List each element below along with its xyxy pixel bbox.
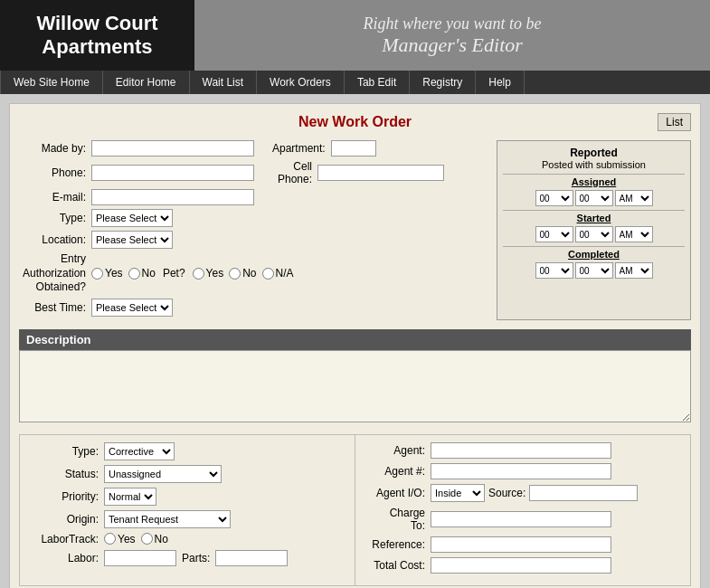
nav-tab-edit[interactable]: Tab Edit [345, 71, 410, 94]
priority-select[interactable]: NormalHighLow [104, 488, 156, 506]
pet-no-label[interactable]: No [229, 267, 256, 280]
reference-input[interactable] [431, 536, 611, 553]
source-input[interactable] [529, 485, 638, 501]
labortrack-radios: Yes No [104, 533, 168, 545]
phone-label: Phone: [19, 166, 91, 179]
cell-phone-input[interactable] [317, 165, 444, 181]
parts-input[interactable] [215, 550, 288, 566]
bottom-type-select[interactable]: CorrectivePreventiveEmergency [104, 442, 175, 460]
cell-phone-label: CellPhone: [254, 160, 317, 185]
agent-io-label: Agent I/O: [363, 487, 431, 499]
origin-row: Origin: Tenant RequestInspectionOther [27, 510, 347, 528]
email-row: E-mail: [19, 189, 488, 205]
completed-label: Completed [503, 249, 685, 260]
agent-num-label: Agent #: [363, 465, 431, 478]
started-ampm-select[interactable]: AMPM [615, 226, 653, 242]
labor-label: Labor: [27, 552, 104, 564]
list-button[interactable]: List [658, 113, 691, 131]
bottom-type-label: Type: [27, 445, 104, 458]
charge-to-label: ChargeTo: [363, 507, 431, 532]
entry-auth-yes-radio[interactable] [91, 268, 103, 280]
navigation: Web Site Home Editor Home Wait List Work… [0, 71, 710, 94]
completed-ampm-select[interactable]: AMPM [615, 262, 653, 279]
main-content: New Work Order List Made by: Apartment: … [0, 94, 710, 588]
header: Willow Court Apartments Right where you … [0, 0, 710, 71]
started-section: Started 00010203 04050607 0809101112 001… [503, 210, 685, 242]
charge-to-input[interactable] [431, 511, 611, 527]
total-cost-input[interactable] [431, 557, 611, 574]
phone-input[interactable] [91, 165, 254, 181]
agent-num-input[interactable] [431, 463, 611, 479]
labor-input[interactable] [104, 550, 176, 566]
made-by-input[interactable] [91, 140, 254, 156]
tagline-line2: Manager's Editor [382, 33, 523, 57]
pet-na-label[interactable]: N/A [262, 267, 294, 280]
right-panel: Reported Posted with submission Assigned… [497, 140, 691, 320]
agent-num-row: Agent #: [363, 463, 683, 479]
entry-auth-yes-label[interactable]: Yes [91, 267, 123, 280]
assigned-label: Assigned [503, 176, 685, 187]
pet-yes-radio[interactable] [193, 268, 204, 280]
agent-io-select[interactable]: InsideOutside [431, 484, 485, 502]
description-textarea[interactable] [19, 350, 691, 422]
entry-auth-no-label[interactable]: No [128, 267, 156, 280]
origin-select[interactable]: Tenant RequestInspectionOther [104, 510, 231, 528]
pet-yes-label[interactable]: Yes [193, 267, 224, 280]
form-title-row: New Work Order List [19, 113, 691, 131]
nav-wait-list[interactable]: Wait List [190, 71, 258, 94]
location-label: Location: [19, 233, 91, 246]
bottom-area: Type: CorrectivePreventiveEmergency Stat… [19, 434, 691, 586]
bottom-right: Agent: Agent #: Agent I/O: InsideOutside… [355, 435, 690, 585]
nav-web-site-home[interactable]: Web Site Home [0, 71, 103, 94]
status-select[interactable]: UnassignedAssignedIn ProgressCompleted [104, 465, 222, 483]
pet-radios: Yes No N/A [193, 267, 294, 280]
labortrack-no-radio[interactable] [141, 533, 153, 545]
status-row: Status: UnassignedAssignedIn ProgressCom… [27, 465, 347, 483]
email-label: E-mail: [19, 191, 91, 204]
tagline-area: Right where you want to be Manager's Edi… [194, 0, 710, 71]
entry-auth-no-radio[interactable] [128, 268, 140, 280]
reported-title: Reported [503, 147, 685, 159]
labor-parts-row: Labor: Parts: [27, 550, 347, 566]
labortrack-row: LaborTrack: Yes No [27, 533, 347, 545]
charge-to-row: ChargeTo: [363, 507, 683, 532]
apartment-label: Apartment: [254, 142, 331, 155]
labortrack-yes-radio[interactable] [104, 533, 116, 545]
type-select[interactable]: Please Select Option1 [91, 209, 173, 227]
nav-editor-home[interactable]: Editor Home [103, 71, 190, 94]
form-container: New Work Order List Made by: Apartment: … [9, 103, 701, 588]
completed-time-row: 00010203 04050607 0809101112 00153045 AM… [503, 262, 685, 279]
best-time-select[interactable]: Please Select Morning Afternoon Evening [91, 299, 173, 317]
agent-input[interactable] [431, 442, 611, 459]
started-min-select[interactable]: 00153045 [575, 226, 613, 242]
labortrack-yes-label[interactable]: Yes [104, 533, 136, 545]
nav-registry[interactable]: Registry [410, 71, 476, 94]
origin-label: Origin: [27, 513, 104, 526]
completed-section: Completed 00010203 04050607 0809101112 0… [503, 246, 685, 279]
completed-hour-select[interactable]: 00010203 04050607 0809101112 [535, 262, 573, 279]
type-row: Type: Please Select Option1 [19, 209, 488, 227]
agent-io-row: Agent I/O: InsideOutside Source: [363, 484, 683, 502]
pet-label: Pet? [156, 267, 193, 280]
bottom-left: Type: CorrectivePreventiveEmergency Stat… [20, 435, 355, 585]
started-hour-select[interactable]: 00010203 04050607 0809101112 [535, 226, 573, 242]
apartment-input[interactable] [331, 140, 376, 156]
email-input[interactable] [91, 189, 254, 205]
status-label: Status: [27, 468, 104, 480]
location-select[interactable]: Please Select Option1 [91, 231, 173, 249]
assigned-ampm-select[interactable]: AMPM [615, 190, 653, 206]
labortrack-no-label[interactable]: No [141, 533, 168, 545]
tagline-line1: Right where you want to be [364, 14, 542, 33]
nav-help[interactable]: Help [476, 71, 525, 94]
assigned-min-select[interactable]: 00153045 [575, 190, 613, 206]
pet-na-radio[interactable] [262, 268, 274, 280]
reference-row: Reference: [363, 536, 683, 553]
priority-row: Priority: NormalHighLow [27, 488, 347, 506]
assigned-hour-select[interactable]: 00010203 04050607 0809101112 [535, 190, 573, 206]
form-title: New Work Order [243, 114, 468, 130]
priority-label: Priority: [27, 490, 104, 503]
description-header: Description [19, 329, 691, 350]
nav-work-orders[interactable]: Work Orders [257, 71, 345, 94]
completed-min-select[interactable]: 00153045 [575, 262, 613, 279]
pet-no-radio[interactable] [229, 268, 241, 280]
